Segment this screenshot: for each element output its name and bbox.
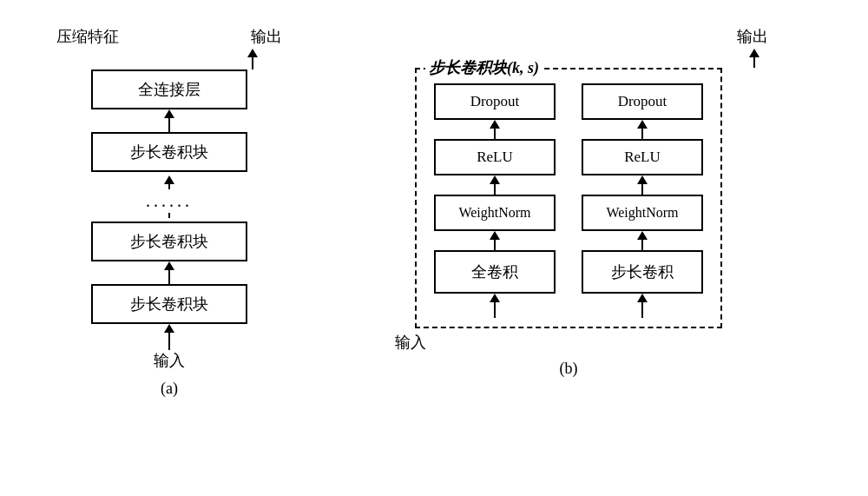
arrow-3 (164, 324, 174, 350)
arrow-head (164, 109, 174, 118)
dashed-box-inner: Dropout ReLU W (434, 83, 703, 318)
block-stride-conv-3-label: 步长卷积块 (130, 294, 208, 314)
arrow-2 (164, 261, 174, 284)
arrow-line (252, 57, 253, 69)
arrow-right-2 (637, 175, 648, 195)
block-weightnorm-left: WeightNorm (434, 195, 556, 231)
arrow-head (749, 49, 760, 57)
output-top-row: 输出 (317, 26, 820, 47)
dots: ...... (146, 191, 193, 211)
input-label-b-row: 输入 (317, 332, 820, 353)
sub-diagram-left: Dropout ReLU W (434, 83, 556, 318)
arrow-line (641, 302, 643, 318)
arrow-head (637, 294, 648, 302)
arrow-line (494, 302, 496, 318)
arrow-head (490, 294, 500, 302)
arrow-head (490, 120, 500, 129)
compressed-label: 压缩特征 (56, 26, 119, 47)
arrow-head (164, 324, 174, 333)
arrow-right-1 (637, 120, 648, 139)
arrow-right-input (637, 294, 648, 318)
arrow-head (164, 175, 174, 184)
input-label-a: 输入 (154, 350, 185, 371)
arrow-left-input (490, 294, 500, 318)
block-stride-conv-1: 步长卷积块 (91, 132, 247, 172)
arrow-line (641, 240, 643, 250)
sub-diagram-right: Dropout ReLU W (582, 83, 703, 318)
block-relu-right: ReLU (582, 139, 703, 175)
arrow-head (490, 231, 500, 240)
arrow-head (637, 231, 648, 240)
dropout-left-label: Dropout (470, 93, 520, 110)
block-dropout-right: Dropout (582, 83, 703, 120)
arrow-1 (164, 109, 174, 132)
arrow-head (637, 175, 648, 184)
label-a: (a) (161, 380, 178, 398)
block-weightnorm-right: WeightNorm (582, 195, 703, 231)
arrow-line (168, 118, 170, 132)
arrow-line (641, 129, 643, 139)
input-row: 输入 (154, 350, 185, 371)
block-dropout-left: Dropout (434, 83, 556, 120)
arrow-head (247, 49, 258, 57)
output-arrow-b-row (317, 49, 820, 68)
relu-left-label: ReLU (477, 149, 513, 166)
diagram-a: 压缩特征 输出 全连接层 步长卷积块 ...... (48, 26, 291, 398)
arrow-line (168, 184, 170, 189)
label-b: (b) (560, 360, 578, 378)
output-label-a: 输出 (251, 26, 282, 47)
block-stride-conv-2-label: 步长卷积块 (130, 231, 208, 252)
diagram-b-label: (b) (560, 360, 578, 377)
arrow-head (637, 120, 648, 129)
full-conv-label: 全卷积 (471, 261, 518, 282)
input-label-b: 输入 (395, 332, 426, 353)
arrow-left-3 (490, 231, 500, 250)
arrow-line (168, 270, 170, 284)
diagram-b: 输出 步长卷积块(k, s) Dropout (317, 26, 820, 378)
arrow-line (494, 129, 496, 139)
arrow-head (164, 261, 174, 270)
weightnorm-left-label: WeightNorm (458, 205, 530, 221)
arrow-line (494, 240, 496, 250)
block-full-conv: 全卷积 (434, 250, 556, 294)
block-relu-left: ReLU (434, 139, 556, 175)
box-title-text: 步长卷积块(k, s) (429, 59, 539, 76)
arrow-line (168, 333, 170, 350)
block-fully-connected-label: 全连接层 (138, 79, 201, 100)
block-fully-connected: 全连接层 (91, 69, 247, 109)
main-container: 压缩特征 输出 全连接层 步长卷积块 ...... (0, 0, 868, 496)
dots-area: ...... (146, 175, 193, 218)
block-stride-conv-3: 步长卷积块 (91, 284, 247, 324)
stride-conv-right-label: 步长卷积 (611, 261, 674, 282)
diagram-a-label: (a) (161, 380, 178, 397)
output-arrow-b (749, 49, 760, 68)
dropout-right-label: Dropout (618, 93, 667, 110)
block-stride-conv-2: 步长卷积块 (91, 222, 247, 261)
arrow-left-1 (490, 120, 500, 139)
output-label-b: 输出 (737, 26, 768, 47)
block-stride-conv-1-label: 步长卷积块 (130, 142, 208, 162)
block-stride-conv-right: 步长卷积 (582, 250, 703, 294)
arrow-right-3 (637, 231, 648, 250)
arrow-line (641, 184, 643, 195)
weightnorm-right-label: WeightNorm (606, 205, 678, 221)
arrow-line (753, 57, 755, 68)
arrow-line (494, 184, 496, 195)
output-arrow-a (247, 49, 258, 69)
arrow-left-2 (490, 175, 500, 195)
arrow-head (490, 175, 500, 184)
dashed-box: 步长卷积块(k, s) Dropout ReLU (415, 68, 722, 328)
arrow-line-bottom (168, 213, 170, 218)
dashed-box-title: 步长卷积块(k, s) (425, 57, 542, 78)
relu-right-label: ReLU (624, 149, 661, 166)
